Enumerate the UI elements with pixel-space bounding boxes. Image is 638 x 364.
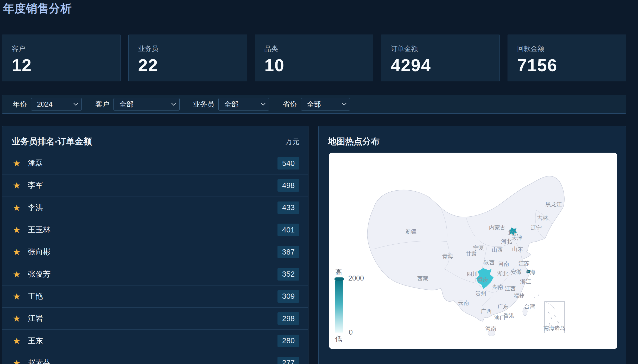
year-select-wrap: 2024 bbox=[31, 98, 82, 110]
list-item: ★王艳309 bbox=[2, 285, 308, 308]
legend-bar-cap bbox=[334, 277, 344, 281]
customer-select[interactable]: 全部 bbox=[113, 98, 180, 110]
province-label: 陕西 bbox=[484, 259, 495, 265]
province-label: 广西 bbox=[481, 308, 492, 314]
salesperson-name: 李军 bbox=[28, 180, 277, 191]
province-label: 台湾 bbox=[524, 303, 535, 309]
ranking-title: 业务员排名-订单金额 bbox=[12, 136, 92, 147]
value-badge: 280 bbox=[277, 335, 299, 347]
stat-card-order-amount: 订单金额 4294 bbox=[381, 35, 500, 81]
star-icon: ★ bbox=[13, 336, 28, 345]
value-badge: 277 bbox=[277, 357, 299, 364]
value-badge: 387 bbox=[277, 246, 299, 258]
value-badge: 498 bbox=[277, 179, 299, 192]
ranking-panel: 业务员排名-订单金额 万元 ★潘磊540★李军498★李洪433★王玉林401★… bbox=[2, 126, 308, 364]
list-item: ★王玉林401 bbox=[2, 219, 308, 241]
stat-label: 订单金额 bbox=[391, 45, 490, 52]
province-label: 福建 bbox=[514, 293, 525, 299]
province-select[interactable]: 全部 bbox=[301, 98, 350, 110]
filter-label-year: 年份 bbox=[13, 100, 27, 109]
stat-value: 22 bbox=[138, 57, 237, 74]
star-icon: ★ bbox=[13, 203, 28, 212]
salesperson-name: 赵素芬 bbox=[28, 358, 277, 364]
value-badge: 352 bbox=[277, 268, 299, 281]
province-label: 海南 bbox=[485, 326, 496, 332]
filter-label-province: 省份 bbox=[283, 100, 297, 109]
star-icon: ★ bbox=[13, 181, 28, 190]
province-label: 宁夏 bbox=[473, 245, 484, 251]
small-island bbox=[538, 295, 539, 296]
star-icon: ★ bbox=[13, 270, 28, 279]
stat-value: 4294 bbox=[391, 57, 490, 74]
china-map[interactable]: 新疆西藏青海甘肃宁夏内蒙古黑龙江吉林辽宁北京天津河北山西山东陕西河南江苏安徽上海… bbox=[329, 153, 617, 349]
province-label: 山东 bbox=[512, 246, 523, 252]
list-item: ★潘磊540 bbox=[2, 152, 308, 174]
salesperson-name: 张俊芳 bbox=[28, 269, 277, 280]
stat-label: 品类 bbox=[264, 45, 364, 52]
province-label: 江西 bbox=[505, 285, 516, 291]
province-label: 西藏 bbox=[417, 276, 428, 282]
salesperson-name: 王玉林 bbox=[28, 225, 277, 235]
list-item: ★赵素芬277 bbox=[2, 352, 308, 364]
ranking-list: ★潘磊540★李军498★李洪433★王玉林401★张向彬387★张俊芳352★… bbox=[2, 152, 308, 364]
province-label: 青海 bbox=[442, 253, 453, 259]
salesperson-select[interactable]: 全部 bbox=[218, 98, 269, 110]
page-title: 年度销售分析 bbox=[3, 1, 72, 16]
salesperson-name: 王东 bbox=[28, 336, 277, 346]
value-badge: 298 bbox=[277, 312, 299, 325]
salesperson-name: 王艳 bbox=[28, 291, 277, 302]
province-label: 新疆 bbox=[406, 228, 416, 234]
province-label: 广东 bbox=[497, 303, 508, 309]
province-select-wrap: 全部 bbox=[301, 98, 350, 110]
stat-label: 客户 bbox=[12, 45, 111, 52]
province-label: 重庆 bbox=[477, 277, 488, 283]
map-panel-header: 地图热点分布 bbox=[319, 126, 626, 147]
year-select[interactable]: 2024 bbox=[31, 98, 82, 110]
list-item: ★江岩298 bbox=[2, 308, 308, 330]
legend-low-label: 低 bbox=[335, 334, 342, 343]
stat-label: 业务员 bbox=[138, 45, 237, 52]
filter-label-salesperson: 业务员 bbox=[193, 100, 214, 109]
filter-label-customer: 客户 bbox=[95, 100, 109, 109]
star-icon: ★ bbox=[13, 359, 28, 364]
province-label: 山西 bbox=[492, 247, 503, 253]
value-badge: 433 bbox=[277, 202, 299, 214]
stat-card-customers: 客户 12 bbox=[2, 35, 121, 81]
list-item: ★王东280 bbox=[2, 330, 308, 352]
province-label: 安徽 bbox=[511, 269, 522, 275]
province-label: 河北 bbox=[501, 238, 512, 244]
list-item: ★李军498 bbox=[2, 174, 308, 197]
filter-bar: 年份 2024 客户 全部 业务员 全部 省份 全部 bbox=[2, 95, 626, 114]
legend-gradient-bar[interactable] bbox=[335, 281, 343, 333]
salesperson-name: 张向彬 bbox=[28, 247, 277, 257]
dashboard: { "page": { "title": "年度销售分析" }, "stats"… bbox=[0, 0, 638, 364]
customer-select-wrap: 全部 bbox=[113, 98, 180, 110]
stat-value: 7156 bbox=[517, 57, 616, 74]
province-label: 天津 bbox=[511, 235, 522, 241]
star-icon: ★ bbox=[13, 159, 28, 168]
province-label: 黑龙江 bbox=[546, 201, 562, 207]
province-label: 河南 bbox=[498, 261, 509, 267]
list-item: ★张俊芳352 bbox=[2, 263, 308, 285]
ranking-panel-header: 业务员排名-订单金额 万元 bbox=[2, 126, 308, 147]
province-label: 湖北 bbox=[497, 271, 508, 277]
value-badge: 401 bbox=[277, 224, 299, 236]
stat-card-salespersons: 业务员 22 bbox=[128, 35, 247, 81]
map-title: 地图热点分布 bbox=[328, 136, 380, 147]
value-badge: 309 bbox=[277, 290, 299, 303]
stat-card-categories: 品类 10 bbox=[255, 35, 373, 81]
province-label: 四川 bbox=[467, 271, 478, 277]
stat-value: 12 bbox=[12, 57, 111, 74]
stat-card-payment-amount: 回款金额 7156 bbox=[508, 35, 626, 81]
list-item: ★李洪433 bbox=[2, 197, 308, 219]
province-label: 甘肃 bbox=[466, 251, 477, 257]
legend-min-value: 0 bbox=[349, 328, 353, 336]
salesperson-name: 江岩 bbox=[28, 313, 277, 324]
china-map-svg[interactable]: 新疆西藏青海甘肃宁夏内蒙古黑龙江吉林辽宁北京天津河北山西山东陕西河南江苏安徽上海… bbox=[329, 153, 617, 349]
province-label: 吉林 bbox=[537, 215, 548, 221]
salesperson-name: 潘磊 bbox=[28, 158, 277, 168]
legend-max-value: 2000 bbox=[348, 274, 364, 282]
province-label: 云南 bbox=[458, 300, 469, 306]
stat-value: 10 bbox=[264, 57, 364, 74]
province-label: 澳门 bbox=[494, 315, 505, 321]
